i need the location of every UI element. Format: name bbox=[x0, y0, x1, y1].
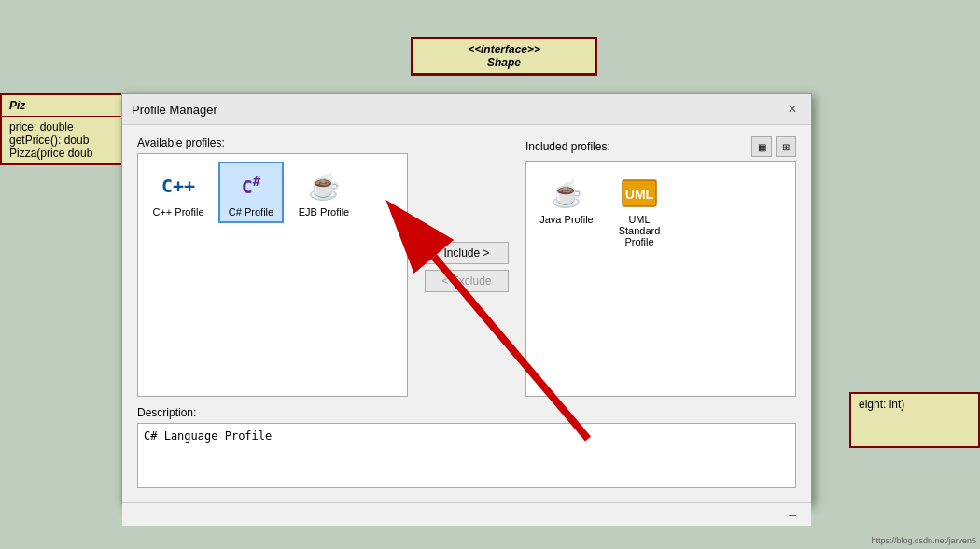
uml-icon: UML bbox=[621, 175, 658, 212]
dialog-footer: – bbox=[122, 502, 811, 526]
available-profiles-panel[interactable]: C++ C++ Profile C# C# Profile bbox=[137, 153, 408, 397]
include-button[interactable]: Include > bbox=[425, 242, 509, 264]
dialog-titlebar: Profile Manager × bbox=[122, 94, 811, 125]
profile-item-csharp[interactable]: C# C# Profile bbox=[218, 162, 284, 223]
description-label: Description: bbox=[137, 406, 796, 419]
grid-view-button[interactable]: ▦ bbox=[751, 136, 772, 157]
dialog-content: Available profiles: C++ C++ Profile C# bbox=[122, 125, 811, 502]
profile-item-cpp[interactable]: C++ C++ Profile bbox=[146, 162, 211, 223]
cpp-profile-label: C++ Profile bbox=[152, 206, 203, 218]
included-profiles-label: Included profiles: bbox=[525, 140, 610, 153]
profiles-row: Available profiles: C++ C++ Profile C# bbox=[137, 136, 796, 397]
list-view-button[interactable]: ⊞ bbox=[776, 136, 796, 157]
description-section: Description: C# Language Profile bbox=[137, 406, 796, 491]
description-textarea[interactable]: C# Language Profile bbox=[137, 423, 796, 488]
middle-buttons-area: Include > < Exclude bbox=[417, 136, 516, 397]
footer-dash: – bbox=[789, 507, 796, 522]
java-icon: ☕ bbox=[548, 175, 585, 212]
csharp-profile-label: C# Profile bbox=[229, 206, 273, 218]
profile-manager-dialog: Profile Manager × Available profiles: C+… bbox=[121, 93, 812, 504]
profile-item-java[interactable]: ☕ Java Profile bbox=[534, 169, 599, 253]
exclude-button[interactable]: < Exclude bbox=[425, 270, 509, 292]
view-toggle-buttons: ▦ ⊞ bbox=[751, 136, 796, 157]
ejb-profile-label: EJB Profile bbox=[299, 206, 349, 218]
svg-text:UML: UML bbox=[625, 187, 654, 202]
java-profile-label: Java Profile bbox=[539, 214, 593, 225]
cpp-icon: C++ bbox=[160, 167, 197, 204]
profile-item-uml[interactable]: UML UML Standard Profile bbox=[607, 169, 672, 253]
dialog-close-button[interactable]: × bbox=[783, 100, 802, 119]
uml-profile-label: UML Standard Profile bbox=[612, 214, 666, 247]
ejb-icon: ☕ bbox=[305, 167, 343, 204]
dialog-title: Profile Manager bbox=[132, 103, 217, 117]
csharp-icon: C# bbox=[232, 167, 270, 204]
included-profiles-section: Included profiles: ▦ ⊞ ☕ Java Profile bbox=[525, 136, 796, 397]
available-profiles-label: Available profiles: bbox=[137, 136, 408, 149]
profile-item-ejb[interactable]: ☕ EJB Profile bbox=[291, 162, 357, 223]
available-profiles-section: Available profiles: C++ C++ Profile C# bbox=[137, 136, 408, 397]
included-profiles-panel[interactable]: ☕ Java Profile UML UML Standard Profile bbox=[525, 161, 796, 397]
